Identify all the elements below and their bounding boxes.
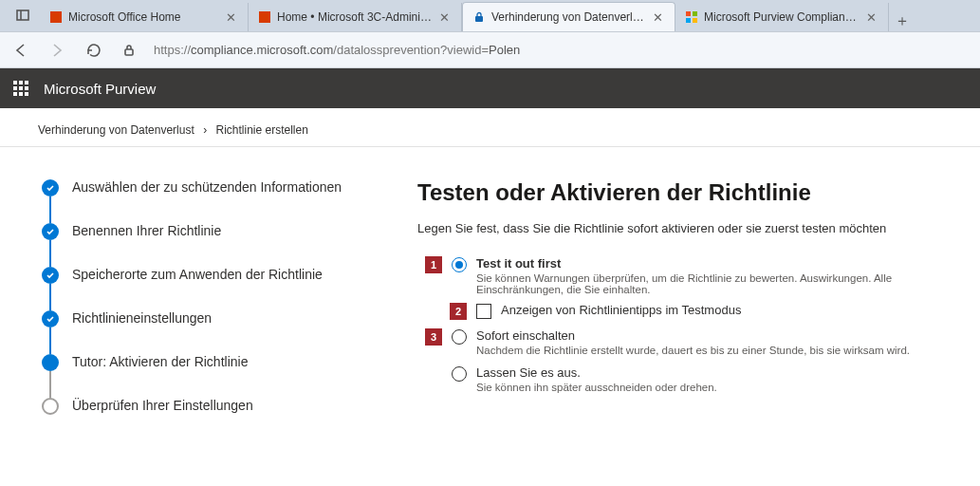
radio-unselected[interactable] <box>452 329 467 345</box>
refresh-icon <box>85 42 102 58</box>
step-label: Speicherorte zum Anwenden der Richtlinie <box>72 267 323 282</box>
app-launcher-icon[interactable] <box>13 81 28 96</box>
lock-icon <box>122 44 136 57</box>
url-host: compliance.microsoft.com <box>191 43 333 57</box>
refresh-button[interactable] <box>82 39 104 62</box>
step-label: Überprüfen Ihrer Einstellungen <box>72 398 253 413</box>
tab-office-home[interactable]: Microsoft Office Home ✕ <box>40 3 249 31</box>
option-label: Anzeigen von Richtlinientipps im Testmod… <box>501 303 741 317</box>
sidebar-toggle-icon <box>16 9 29 22</box>
svg-rect-8 <box>693 18 697 23</box>
svg-rect-7 <box>686 18 691 23</box>
tab-compliance[interactable]: Microsoft Purview Compliance I ✕ <box>675 3 889 31</box>
tab-strip: Microsoft Office Home ✕ Home • Microsoft… <box>0 0 980 32</box>
svg-rect-2 <box>50 11 62 23</box>
tab-title: Microsoft Office Home <box>68 10 218 24</box>
step-bullet-done <box>42 179 59 196</box>
option-show-tips[interactable]: 2 Anzeigen von Richtlinientipps im Testm… <box>476 303 961 319</box>
url-path: /datalossprevention?viewid= <box>333 43 489 57</box>
tab-title: Home • Microsoft 3C-Administrator <box>277 10 432 24</box>
step-bullet-future <box>42 398 59 415</box>
step-label: Benennen Ihrer Richtlinie <box>72 223 221 238</box>
step-label: Auswählen der zu schützenden Information… <box>72 179 342 195</box>
checkbox-unchecked[interactable] <box>476 304 491 319</box>
svg-rect-4 <box>475 16 483 22</box>
option-test-first[interactable]: 1 Test it out first Sie können Warnungen… <box>452 256 961 295</box>
tab-dlp[interactable]: Verhinderung von Datenverlust • Microsof… <box>462 2 675 31</box>
app-header: Microsoft Purview <box>0 68 980 108</box>
wizard-step[interactable]: Überprüfen Ihrer Einstellungen <box>42 398 398 441</box>
arrow-right-icon <box>48 42 65 59</box>
window-controls[interactable] <box>6 0 40 31</box>
radio-unselected[interactable] <box>452 366 467 382</box>
back-button[interactable] <box>9 39 32 62</box>
wizard-steps: Auswählen der zu schützenden Information… <box>0 147 417 460</box>
arrow-left-icon <box>12 42 29 59</box>
content-pane: Testen oder Aktivieren der Richtlinie Le… <box>417 147 980 460</box>
option-turn-on[interactable]: 3 Sofort einschalten Nachdem die Richtli… <box>452 328 961 356</box>
page-title: Testen oder Aktivieren der Richtlinie <box>417 179 961 206</box>
wizard-step-current[interactable]: Tutor: Aktivieren der Richtlinie <box>42 354 398 398</box>
url-tail: Polen <box>489 43 520 57</box>
breadcrumb-parent[interactable]: Verhinderung von Datenverlust <box>38 123 194 137</box>
option-desc: Nachdem die Richtlinie erstellt wurde, d… <box>476 345 910 356</box>
svg-rect-9 <box>125 49 133 55</box>
office-icon <box>49 10 63 24</box>
svg-rect-6 <box>693 11 697 16</box>
new-tab-button[interactable]: ＋ <box>889 11 915 31</box>
breadcrumb-current: Richtlinie erstellen <box>215 123 307 137</box>
lock-icon <box>472 10 486 24</box>
wizard-step[interactable]: Richtlinieneinstellungen <box>42 310 398 354</box>
forward-button <box>46 39 68 62</box>
product-name: Microsoft Purview <box>44 81 156 97</box>
svg-rect-0 <box>17 10 28 20</box>
url-protocol: https:// <box>154 43 191 57</box>
option-leave-off[interactable]: Lassen Sie es aus. Sie können ihn später… <box>452 365 961 393</box>
option-label: Lassen Sie es aus. <box>476 365 717 380</box>
option-label: Sofort einschalten <box>476 328 910 343</box>
step-label: Tutor: Aktivieren der Richtlinie <box>72 354 248 369</box>
option-desc: Sie können ihn später ausschneiden oder … <box>476 382 717 393</box>
breadcrumb-separator: › <box>203 123 207 137</box>
wizard-step[interactable]: Auswählen der zu schützenden Information… <box>42 179 398 223</box>
option-desc: Sie können Warnungen überprüfen, um die … <box>476 272 961 295</box>
microsoft-icon <box>685 10 698 24</box>
radio-selected[interactable] <box>452 257 467 272</box>
wizard-step[interactable]: Benennen Ihrer Richtlinie <box>42 223 398 267</box>
office-icon <box>258 10 271 24</box>
step-label: Richtlinieneinstellungen <box>72 310 212 326</box>
step-bullet-done <box>42 310 59 327</box>
close-icon[interactable]: ✕ <box>224 10 238 25</box>
option-label: Test it out first <box>476 256 961 271</box>
wizard-step[interactable]: Speicherorte zum Anwenden der Richtlinie <box>42 267 398 310</box>
annotation-badge: 1 <box>425 256 442 273</box>
annotation-badge: 2 <box>450 303 467 320</box>
close-icon[interactable]: ✕ <box>651 10 665 25</box>
step-bullet-done <box>42 223 59 240</box>
step-bullet-current <box>42 354 59 371</box>
tab-admin[interactable]: Home • Microsoft 3C-Administrator ✕ <box>249 3 462 31</box>
tab-title: Microsoft Purview Compliance I <box>704 10 859 24</box>
site-info-button[interactable] <box>118 39 140 62</box>
browser-chrome: Microsoft Office Home ✕ Home • Microsoft… <box>0 0 980 68</box>
svg-rect-3 <box>259 11 270 23</box>
page-subtitle: Legen Sie fest, dass Sie die Richtlinie … <box>417 221 961 235</box>
address-bar: https://compliance.microsoft.com/datalos… <box>0 32 980 68</box>
breadcrumb: Verhinderung von Datenverlust › Richtlin… <box>0 108 980 147</box>
annotation-badge: 3 <box>425 328 442 346</box>
close-icon[interactable]: ✕ <box>864 10 878 25</box>
close-icon[interactable]: ✕ <box>437 10 452 25</box>
tab-title: Verhinderung von Datenverlust • Microsof… <box>491 10 645 24</box>
url-display[interactable]: https://compliance.microsoft.com/datalos… <box>154 43 520 57</box>
step-bullet-done <box>42 267 59 284</box>
svg-rect-5 <box>686 11 691 16</box>
